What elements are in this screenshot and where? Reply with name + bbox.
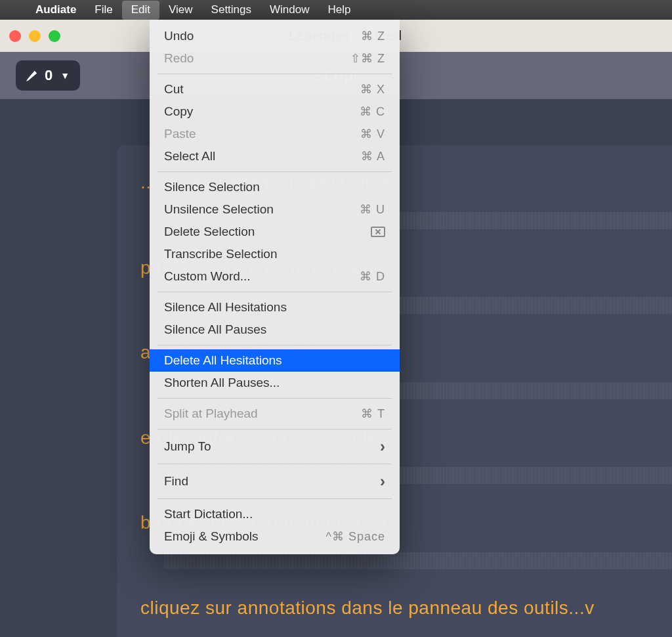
menu-item-label: Paste: [164, 127, 196, 141]
menu-item-label: Select All: [164, 149, 215, 164]
edit-menu: Undo⌘ ZRedo⇧⌘ ZCut⌘ XCopy⌘ CPaste⌘ VSele…: [150, 20, 400, 554]
close-icon[interactable]: [9, 30, 21, 42]
menubar-help[interactable]: Help: [319, 1, 360, 20]
menu-item-delete-all-hesitations[interactable]: Delete All Hesitations: [150, 349, 400, 372]
menu-separator: [158, 171, 392, 172]
menu-item-label: Redo: [164, 51, 194, 66]
pencil-icon: [26, 70, 38, 81]
menu-item-label: Copy: [164, 104, 193, 119]
menu-item-silence-all-hesitations[interactable]: Silence All Hesitations: [150, 296, 400, 318]
menu-separator: [158, 398, 392, 399]
menu-item-find[interactable]: Find›: [150, 468, 400, 494]
menu-separator: [158, 498, 392, 499]
menu-separator: [158, 464, 392, 464]
menu-item-label: Split at Playhead: [164, 406, 258, 421]
chevron-right-icon: ›: [380, 437, 385, 456]
menu-shortcut: ⌘ D: [360, 269, 385, 284]
menu-item-emoji-symbols[interactable]: Emoji & Symbols^⌘ Space: [150, 525, 400, 548]
menu-item-label: Delete All Hesitations: [164, 353, 282, 368]
menu-item-redo: Redo⇧⌘ Z: [150, 47, 400, 70]
edit-tool-button[interactable]: 0 ▼: [16, 60, 80, 91]
chevron-down-icon: ▼: [60, 70, 70, 81]
traffic-lights: [9, 30, 60, 42]
menu-item-select-all[interactable]: Select All⌘ A: [150, 145, 400, 167]
menu-item-label: Unsilence Selection: [164, 202, 274, 217]
menu-item-shorten-all-pauses[interactable]: Shorten All Pauses...: [150, 372, 400, 394]
menu-item-paste: Paste⌘ V: [150, 123, 400, 145]
menu-item-label: Delete Selection: [164, 225, 255, 239]
waveform: [164, 552, 672, 569]
chevron-right-icon: ›: [380, 472, 385, 491]
menu-item-label: Start Dictation...: [164, 507, 253, 521]
menu-item-label: Undo: [164, 29, 194, 43]
menu-item-label: Cut: [164, 82, 184, 97]
menu-item-label: Emoji & Symbols: [164, 529, 259, 544]
edit-count: 0: [45, 67, 52, 84]
menu-item-label: Silence All Pauses: [164, 322, 266, 337]
menu-item-silence-selection[interactable]: Silence Selection: [150, 176, 400, 198]
mac-menubar: Audiate File Edit View Settings Window H…: [0, 0, 672, 20]
menu-shortcut: ^⌘ Space: [326, 529, 386, 544]
menu-item-label: Silence Selection: [164, 180, 260, 194]
menu-item-split-at-playhead: Split at Playhead⌘ T: [150, 403, 400, 425]
menu-shortcut: ⌘ U: [360, 202, 385, 217]
menu-separator: [158, 345, 392, 345]
zoom-icon[interactable]: [49, 30, 60, 42]
menu-item-delete-selection[interactable]: Delete Selection: [150, 221, 400, 243]
menu-item-silence-all-pauses[interactable]: Silence All Pauses: [150, 318, 400, 341]
menu-separator: [158, 74, 392, 74]
menu-item-custom-word[interactable]: Custom Word...⌘ D: [150, 265, 400, 288]
menubar-settings[interactable]: Settings: [202, 1, 261, 20]
menu-item-label: Shorten All Pauses...: [164, 376, 280, 390]
menu-shortcut: ⌘ Z: [361, 29, 385, 43]
menubar-file[interactable]: File: [85, 1, 121, 20]
menubar-window[interactable]: Window: [261, 1, 318, 20]
menu-item-jump-to[interactable]: Jump To›: [150, 433, 400, 460]
menu-item-label: Custom Word...: [164, 269, 251, 284]
menu-shortcut: ⌘ V: [360, 127, 385, 141]
menu-item-label: Jump To: [164, 439, 211, 454]
delete-icon: [371, 227, 385, 237]
menu-shortcut: ⇧⌘ Z: [350, 51, 385, 66]
minimize-icon[interactable]: [29, 30, 41, 42]
menu-item-unsilence-selection[interactable]: Unsilence Selection⌘ U: [150, 198, 400, 221]
menubar-edit[interactable]: Edit: [122, 1, 159, 20]
menu-shortcut: ⌘ A: [361, 149, 385, 164]
menu-item-undo[interactable]: Undo⌘ Z: [150, 25, 400, 47]
menu-shortcut: ⌘ X: [360, 82, 385, 97]
menu-item-cut[interactable]: Cut⌘ X: [150, 78, 400, 100]
menu-item-label: Silence All Hesitations: [164, 300, 287, 315]
menu-separator: [158, 292, 392, 292]
menu-separator: [158, 429, 392, 429]
menu-item-label: Transcribe Selection: [164, 247, 277, 261]
script-line[interactable]: cliquez sur annotations dans le panneau …: [140, 597, 672, 619]
menubar-app[interactable]: Audiate: [26, 1, 85, 20]
menu-shortcut: ⌘ T: [361, 406, 385, 421]
menu-item-label: Find: [164, 474, 188, 489]
menu-item-transcribe-selection[interactable]: Transcribe Selection: [150, 243, 400, 265]
menu-shortcut: ⌘ C: [360, 104, 385, 119]
menubar-view[interactable]: View: [159, 1, 202, 20]
menu-item-copy[interactable]: Copy⌘ C: [150, 100, 400, 123]
menu-item-start-dictation[interactable]: Start Dictation...: [150, 503, 400, 525]
